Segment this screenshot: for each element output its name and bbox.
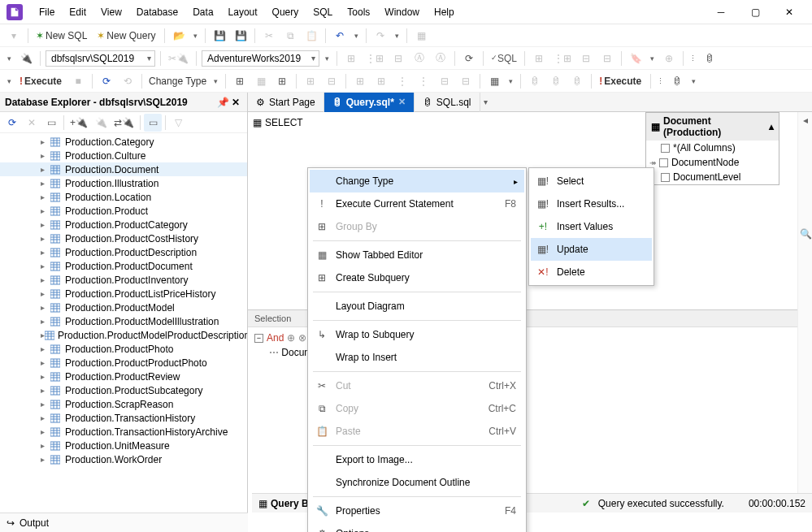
collapse-icon[interactable]: ▴ <box>769 121 774 132</box>
menu-sql[interactable]: SQL <box>306 3 339 21</box>
tree-item[interactable]: ▸Production.Product <box>0 204 247 218</box>
new-query-button[interactable]: ✶ New Query <box>94 27 159 45</box>
tab-sql-sql[interactable]: 🛢SQL.sql <box>415 93 480 112</box>
submenu-select[interactable]: ▦!Select <box>531 170 652 192</box>
connection-select[interactable]: dbfsqlsrv\SQL2019 <box>46 50 155 67</box>
menu-change-type[interactable]: Change Type▸ <box>310 170 524 192</box>
tree-item[interactable]: ▸Production.ProductDocument <box>0 259 247 273</box>
connection-icon[interactable]: 🔌 <box>17 50 35 67</box>
caret-icon[interactable]: ▸ <box>41 151 50 160</box>
collapse-icon[interactable]: − <box>254 334 263 343</box>
output-bar[interactable]: ↪ Output <box>0 513 248 532</box>
caret-icon[interactable]: ▸ <box>41 427 50 436</box>
menu-window[interactable]: Window <box>378 3 426 21</box>
menu-export-to-image---[interactable]: Export to Image... <box>310 448 524 471</box>
caret-icon[interactable]: ▸ <box>41 220 50 229</box>
checkbox[interactable] <box>661 173 670 182</box>
close-panel-icon[interactable]: ✕ <box>229 97 242 108</box>
menu-layout-diagram[interactable]: Layout Diagram <box>310 295 524 318</box>
menu-synchronize-document-outline[interactable]: Synchronize Document Outline <box>310 471 524 494</box>
caret-icon[interactable]: ▸ <box>41 289 50 298</box>
menu-file[interactable]: File <box>33 3 61 21</box>
caret-icon[interactable]: ▸ <box>41 165 50 174</box>
caret-icon[interactable]: ▸ <box>41 400 50 409</box>
tree-item[interactable]: ▸Production.WorkOrder <box>0 452 247 466</box>
menu-tools[interactable]: Tools <box>341 3 376 21</box>
tab-query-sql-[interactable]: 🛢Query.sql*✕ <box>324 93 415 112</box>
maximize-button[interactable]: ▢ <box>739 1 771 24</box>
caret-icon[interactable]: ▸ <box>41 358 50 367</box>
explorer-tree[interactable]: ▸Production.Category▸Production.Culture▸… <box>0 133 247 513</box>
new-item-icon[interactable]: ▭ <box>144 114 162 132</box>
menu-edit[interactable]: Edit <box>63 3 93 21</box>
grid-icon[interactable]: ▦ <box>485 72 503 90</box>
connection-switch-icon[interactable]: ⇄🔌 <box>111 114 137 132</box>
change-type-label[interactable]: Change Type <box>147 76 208 87</box>
menu-data[interactable]: Data <box>186 3 219 21</box>
checkbox[interactable] <box>661 144 670 153</box>
tree-item[interactable]: ▸Production.ProductListPriceHistory <box>0 287 247 301</box>
caret-icon[interactable]: ▸ <box>41 234 50 243</box>
tree-item[interactable]: ▸Production.TransactionHistory <box>0 411 247 425</box>
execute-button-2[interactable]: ! Execute <box>597 72 645 90</box>
tree-item[interactable]: ▸Production.ProductModel <box>0 301 247 314</box>
menu-wrap-to-insert[interactable]: Wrap to Insert <box>310 346 524 369</box>
refresh-tree-icon[interactable]: ⟳ <box>3 114 21 132</box>
tree-item[interactable]: ▸Production.ProductModelProductDescripti… <box>0 328 247 342</box>
menu-query[interactable]: Query <box>266 3 306 21</box>
change-type-submenu[interactable]: ▦!Select▦!Insert Results...+!Insert Valu… <box>528 167 654 286</box>
caret-icon[interactable]: ▸ <box>41 275 50 284</box>
expand-icon[interactable]: ◂ <box>798 112 812 128</box>
submenu-delete[interactable]: ✕!Delete <box>531 261 652 283</box>
menu-layout[interactable]: Layout <box>222 3 264 21</box>
menu-help[interactable]: Help <box>428 3 461 21</box>
doc-column-row[interactable]: *(All Columns) <box>646 141 779 155</box>
tree-item[interactable]: ▸Production.ProductReview <box>0 370 247 383</box>
caret-icon[interactable]: ▸ <box>41 441 50 450</box>
caret-icon[interactable]: ▸ <box>41 262 50 270</box>
caret-icon[interactable]: ▸ <box>41 386 50 395</box>
tree-item[interactable]: ▸Production.ProductProductPhoto <box>0 356 247 370</box>
remove-condition-icon[interactable]: ⊗ <box>298 332 306 344</box>
document-panel-header[interactable]: ▦ Document (Production) ▴ <box>646 113 779 141</box>
add-condition-icon[interactable]: ⊕ <box>287 332 295 344</box>
close-button[interactable]: ✕ <box>773 1 805 24</box>
sql-check-icon[interactable]: ✓SQL <box>489 50 519 67</box>
menu-view[interactable]: View <box>94 3 128 21</box>
new-sql-button[interactable]: ✶ New SQL <box>33 27 91 45</box>
caret-icon[interactable]: ▸ <box>41 248 50 257</box>
caret-icon[interactable]: ▸ <box>41 455 50 464</box>
caret-icon[interactable]: ▸ <box>41 137 50 146</box>
subquery-icon[interactable]: ⊞ <box>231 72 249 90</box>
caret-icon[interactable]: ▸ <box>41 192 50 201</box>
tree-item[interactable]: ▸Production.ProductDescription <box>0 245 247 259</box>
tree-item[interactable]: ▸Production.Illustration <box>0 176 247 190</box>
tree-item[interactable]: ▸Production.Document <box>0 162 247 176</box>
document-table-panel[interactable]: ▦ Document (Production) ▴ *(All Columns)… <box>645 112 779 185</box>
minimize-button[interactable]: ─ <box>705 1 737 24</box>
tree-item[interactable]: ▸Production.UnitMeasure <box>0 439 247 452</box>
tree-item[interactable]: ▸Production.ScrapReason <box>0 397 247 411</box>
doc-column-row[interactable]: DocumentLevel <box>646 170 779 184</box>
database-select[interactable]: AdventureWorks2019 <box>202 50 319 67</box>
arrow-icon[interactable]: ▾ <box>191 32 200 40</box>
refresh-icon[interactable]: ⟳ <box>460 50 478 67</box>
tree-item[interactable]: ▸Production.ProductCostHistory <box>0 231 247 245</box>
connect-plus-icon[interactable]: +🔌 <box>67 114 90 132</box>
submenu-insert-values[interactable]: +!Insert Values <box>531 215 652 238</box>
menu-wrap-to-subquery[interactable]: ↳Wrap to Subquery <box>310 323 524 346</box>
tree-item[interactable]: ▸Production.ProductInventory <box>0 273 247 287</box>
refresh-exec-icon[interactable]: ⟳ <box>98 72 115 90</box>
undo-icon[interactable]: ↶ <box>331 27 349 45</box>
tree-item[interactable]: ▸Production.Location <box>0 190 247 204</box>
context-menu[interactable]: Change Type▸!Execute Current StatementF8… <box>307 167 527 532</box>
execute-button[interactable]: ! Execute <box>17 72 66 90</box>
submenu-update[interactable]: ▦!Update <box>531 238 652 261</box>
doc-column-row[interactable]: ↠DocumentNode <box>646 155 779 170</box>
tab-close-icon[interactable]: ✕ <box>398 97 406 107</box>
menu-show-tabbed-editor[interactable]: ▦Show Tabbed Editor <box>310 244 524 266</box>
search-icon[interactable]: 🔍 <box>798 226 812 242</box>
tree-item[interactable]: ▸Production.TransactionHistoryArchive <box>0 425 247 439</box>
caret-icon[interactable]: ▸ <box>41 372 50 381</box>
windows-icon[interactable]: ▭ <box>42 114 60 132</box>
